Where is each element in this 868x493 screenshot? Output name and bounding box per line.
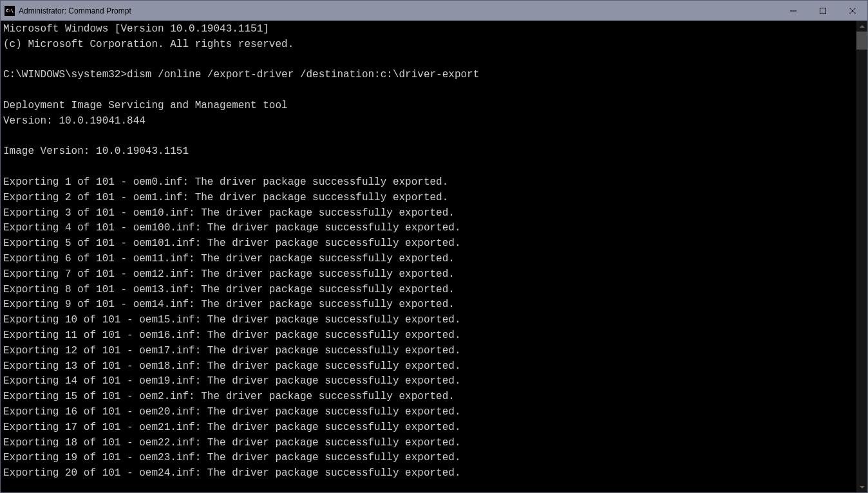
export-line: Exporting 1 of 101 - oem0.inf: The drive… bbox=[3, 176, 448, 188]
svg-rect-1 bbox=[820, 8, 826, 14]
vertical-scrollbar[interactable] bbox=[856, 21, 867, 492]
chevron-down-icon bbox=[860, 486, 865, 488]
window-title: Administrator: Command Prompt bbox=[19, 6, 778, 15]
scrollbar-thumb[interactable] bbox=[856, 32, 867, 50]
close-button[interactable] bbox=[838, 1, 867, 21]
export-line: Exporting 18 of 101 - oem22.inf: The dri… bbox=[3, 437, 461, 449]
minimize-button[interactable] bbox=[778, 1, 808, 21]
export-line: Exporting 7 of 101 - oem12.inf: The driv… bbox=[3, 268, 455, 280]
scrollbar-up-button[interactable] bbox=[856, 21, 867, 32]
os-version-line: Microsoft Windows [Version 10.0.19043.11… bbox=[3, 23, 269, 35]
export-line: Exporting 10 of 101 - oem15.inf: The dri… bbox=[3, 314, 461, 326]
export-line: Exporting 4 of 101 - oem100.inf: The dri… bbox=[3, 222, 461, 234]
chevron-up-icon bbox=[860, 25, 865, 28]
maximize-button[interactable] bbox=[808, 1, 838, 21]
export-line: Exporting 12 of 101 - oem17.inf: The dri… bbox=[3, 345, 461, 357]
export-line: Exporting 5 of 101 - oem101.inf: The dri… bbox=[3, 237, 461, 249]
terminal-output[interactable]: Microsoft Windows [Version 10.0.19043.11… bbox=[1, 21, 856, 492]
export-line: Exporting 20 of 101 - oem24.inf: The dri… bbox=[3, 467, 461, 479]
export-line: Exporting 2 of 101 - oem1.inf: The drive… bbox=[3, 192, 448, 203]
export-line: Exporting 6 of 101 - oem11.inf: The driv… bbox=[3, 253, 455, 265]
cmd-icon-text: C:\ bbox=[6, 8, 13, 14]
export-line: Exporting 14 of 101 - oem19.inf: The dri… bbox=[3, 375, 461, 387]
scrollbar-down-button[interactable] bbox=[856, 481, 867, 492]
command-prompt-window: C:\ Administrator: Command Prompt Micros… bbox=[0, 0, 868, 493]
cmd-icon: C:\ bbox=[5, 6, 15, 16]
copyright-line: (c) Microsoft Corporation. All rights re… bbox=[3, 39, 294, 50]
export-line: Exporting 19 of 101 - oem23.inf: The dri… bbox=[3, 452, 461, 463]
export-line: Exporting 16 of 101 - oem20.inf: The dri… bbox=[3, 406, 461, 418]
export-line: Exporting 17 of 101 - oem21.inf: The dri… bbox=[3, 422, 461, 433]
export-line: Exporting 11 of 101 - oem16.inf: The dri… bbox=[3, 330, 461, 341]
tool-name-line: Deployment Image Servicing and Managemen… bbox=[3, 100, 288, 111]
window-controls bbox=[778, 1, 867, 21]
export-line: Exporting 8 of 101 - oem13.inf: The driv… bbox=[3, 284, 455, 295]
tool-version-line: Version: 10.0.19041.844 bbox=[3, 115, 146, 127]
image-version-line: Image Version: 10.0.19043.1151 bbox=[3, 145, 189, 157]
titlebar[interactable]: C:\ Administrator: Command Prompt bbox=[1, 1, 867, 21]
export-line: Exporting 9 of 101 - oem14.inf: The driv… bbox=[3, 299, 455, 310]
export-line: Exporting 3 of 101 - oem10.inf: The driv… bbox=[3, 207, 455, 219]
terminal-area: Microsoft Windows [Version 10.0.19043.11… bbox=[1, 21, 867, 492]
prompt-text: C:\WINDOWS\system32> bbox=[3, 69, 127, 80]
command-text: dism /online /export-driver /destination… bbox=[127, 69, 479, 80]
export-line: Exporting 13 of 101 - oem18.inf: The dri… bbox=[3, 360, 461, 372]
export-line: Exporting 15 of 101 - oem2.inf: The driv… bbox=[3, 391, 455, 402]
